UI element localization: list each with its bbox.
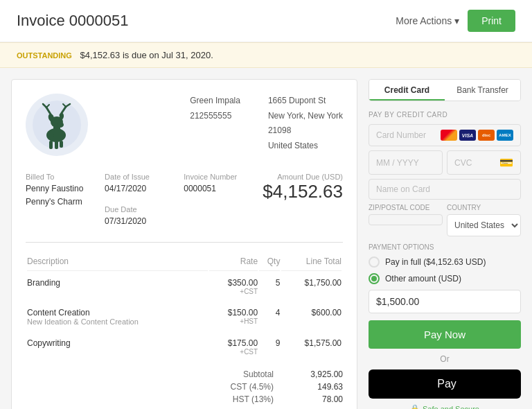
cvc-field[interactable]: CVC 💳 — [447, 150, 521, 175]
card-number-field[interactable]: Card Number VISA disc AMEX — [369, 124, 521, 146]
address-zip: 21098 — [268, 123, 343, 139]
company-address-block: 1665 Dupont St New York, New York 21098 … — [268, 94, 343, 153]
pay-full-option[interactable]: Pay in full ($4,152.63 USD) — [369, 256, 521, 268]
tab-bank-transfer[interactable]: Bank Transfer — [445, 80, 520, 101]
zip-field[interactable] — [369, 214, 443, 225]
more-actions-button[interactable]: More Actions ▾ — [396, 15, 459, 26]
svg-rect-13 — [49, 141, 53, 149]
apple-pay-label: Pay — [437, 378, 456, 390]
or-divider: Or — [369, 354, 521, 364]
item-line-total-2: $1,575.00 — [281, 333, 342, 361]
outstanding-status-label: OUTSTANDING — [17, 51, 72, 60]
other-amount-label: Other amount (USD) — [385, 274, 461, 284]
tab-credit-card[interactable]: Credit Card — [369, 80, 445, 101]
address-street: 1665 Dupont St — [268, 94, 343, 109]
col-line-total: Line Total — [281, 252, 342, 271]
item-rate-1: $150.00 +HST — [209, 302, 258, 331]
more-actions-label: More Actions — [396, 15, 452, 26]
item-description-0: Branding — [27, 272, 208, 301]
expiry-placeholder: MM / YYYY — [376, 158, 419, 168]
col-description: Description — [27, 252, 208, 271]
item-qty-2: 9 — [259, 333, 280, 361]
item-line-total-0: $1,750.00 — [281, 272, 342, 301]
company-phone: 212555555 — [190, 109, 240, 124]
subtotal-row: Subtotal 3,925.00 — [26, 368, 343, 381]
hst-value: 78.00 — [301, 394, 343, 404]
hst-label: HST (13%) — [218, 394, 274, 404]
visa-icon: VISA — [459, 130, 476, 141]
other-amount-radio[interactable] — [369, 273, 380, 284]
invoice-number-label: Invoice Number — [184, 173, 249, 181]
pay-by-credit-card-label: PAY BY CREDIT CARD — [369, 111, 521, 119]
company-name: Green Impala — [190, 94, 240, 109]
name-on-card-placeholder: Name on Card — [376, 184, 430, 194]
top-bar: Invoice 0000051 More Actions ▾ Print — [0, 0, 532, 42]
payment-options-label: PAYMENT OPTIONS — [369, 243, 521, 251]
item-description-2: Copywriting — [27, 333, 208, 361]
expiry-field[interactable]: MM / YYYY — [369, 150, 443, 175]
outstanding-message: $4,152.63 is due on Jul 31, 2020. — [80, 50, 213, 60]
payment-panel: Credit Card Bank Transfer PAY BY CREDIT … — [369, 79, 521, 409]
main-content: Green Impala 212555555 1665 Dupont St Ne… — [0, 68, 532, 409]
item-line-total-1: $600.00 — [281, 302, 342, 331]
radio-dot — [371, 276, 377, 281]
card-icons: VISA disc AMEX — [441, 130, 513, 141]
invoice-panel: Green Impala 212555555 1665 Dupont St Ne… — [11, 79, 357, 409]
cvc-placeholder: CVC — [454, 158, 472, 168]
top-actions: More Actions ▾ Print — [396, 10, 515, 32]
table-row: Branding $350.00 +CST 5 $1,750.00 — [27, 272, 342, 301]
discover-icon: disc — [478, 130, 495, 141]
table-row: Content Creation New Ideation & Content … — [27, 302, 342, 331]
amex-icon: AMEX — [497, 130, 513, 141]
due-date-value: 07/31/2020 — [105, 215, 170, 228]
invoice-title: Invoice 0000051 — [17, 12, 128, 30]
company-section: Green Impala 212555555 1665 Dupont St Ne… — [26, 94, 343, 156]
billing-section: Billed To Penny FaustinoPenny's Charm Da… — [26, 173, 343, 228]
card-number-placeholder: Card Number — [376, 130, 426, 140]
name-on-card-field[interactable]: Name on Card — [369, 179, 521, 200]
deer-logo-icon — [33, 101, 81, 149]
lock-icon: 🔒 — [410, 404, 420, 409]
svg-rect-14 — [55, 141, 58, 149]
svg-rect-15 — [60, 141, 63, 148]
amount-due-col: Amount Due (USD) $4,152.63 — [263, 173, 343, 228]
hst-row: HST (13%) 78.00 — [26, 393, 343, 406]
due-date-label: Due Date — [105, 205, 170, 214]
item-rate-2: $175.00 +CST — [209, 333, 258, 361]
subtotal-value: 3,925.00 — [301, 369, 343, 379]
pay-full-radio[interactable] — [369, 256, 380, 268]
item-qty-1: 4 — [259, 302, 280, 331]
country-select[interactable]: United States — [447, 214, 521, 236]
outstanding-bar: OUTSTANDING $4,152.63 is due on Jul 31, … — [0, 42, 532, 68]
cst-row: CST (4.5%) 149.63 — [26, 381, 343, 393]
zip-country-row: ZIP/POSTAL CODE COUNTRY United States — [369, 204, 521, 236]
divider — [26, 242, 343, 243]
billed-to-label: Billed To — [26, 173, 91, 181]
pay-full-label: Pay in full ($4,152.63 USD) — [385, 257, 486, 267]
billed-to-col: Billed To Penny FaustinoPenny's Charm — [26, 173, 91, 228]
totals-section: Subtotal 3,925.00 CST (4.5%) 149.63 HST … — [26, 368, 343, 406]
company-name-block: Green Impala 212555555 — [190, 94, 240, 153]
print-button[interactable]: Print — [468, 10, 515, 32]
item-qty-0: 5 — [259, 272, 280, 301]
secure-text: Safe and Secure — [423, 405, 479, 410]
other-amount-option[interactable]: Other amount (USD) — [369, 273, 521, 284]
zip-label: ZIP/POSTAL CODE — [369, 204, 443, 211]
chevron-down-icon: ▾ — [454, 15, 459, 26]
invoice-number-value: 0000051 — [184, 182, 249, 195]
pay-now-button[interactable]: Pay Now — [369, 320, 521, 349]
other-amount-input[interactable] — [369, 290, 521, 313]
company-info: Green Impala 212555555 1665 Dupont St Ne… — [190, 94, 343, 153]
country-col: COUNTRY United States — [447, 204, 521, 236]
table-row: Copywriting $175.00 +CST 9 $1,575.00 — [27, 333, 342, 361]
apple-pay-button[interactable]: Pay — [369, 369, 521, 399]
amount-due-value: $4,152.63 — [263, 181, 343, 202]
items-table: Description Rate Qty Line Total Branding… — [26, 251, 343, 363]
payment-tab-switcher: Credit Card Bank Transfer — [369, 79, 521, 101]
amount-due-label: Amount Due (USD) — [263, 173, 343, 181]
billed-to-value: Penny FaustinoPenny's Charm — [26, 182, 91, 209]
address-country: United States — [268, 139, 343, 154]
svg-point-4 — [57, 122, 64, 128]
cvc-icon: 💳 — [499, 156, 513, 169]
item-description-1: Content Creation New Ideation & Content … — [27, 302, 208, 331]
